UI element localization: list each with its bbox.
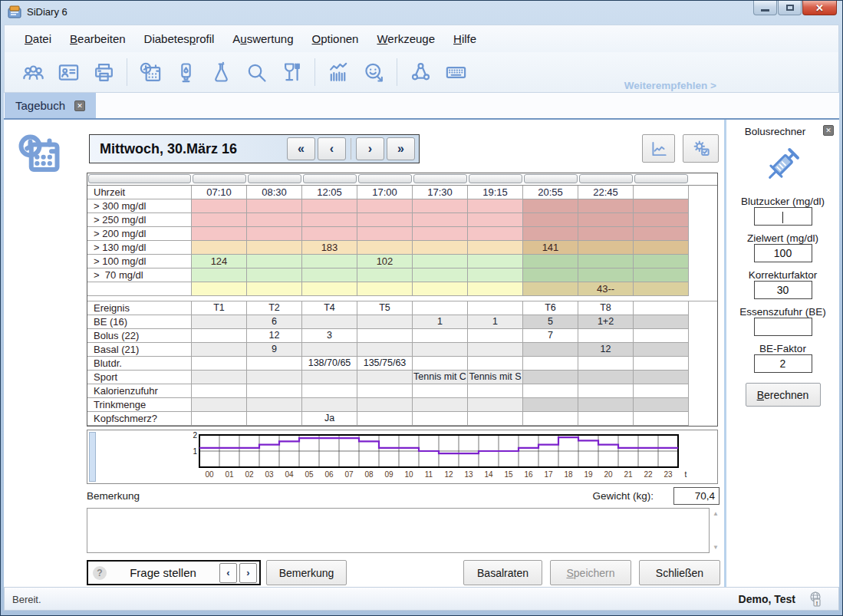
diary-cell[interactable] bbox=[192, 227, 247, 241]
frage-next-button[interactable]: › bbox=[239, 563, 257, 583]
diary-cell[interactable]: 183 bbox=[302, 241, 357, 255]
diary-cell[interactable] bbox=[357, 213, 413, 227]
time-header[interactable]: 07:10 bbox=[192, 186, 247, 199]
diary-cell[interactable] bbox=[192, 398, 247, 412]
diary-cell[interactable]: T4 bbox=[302, 301, 357, 315]
time-header[interactable]: 17:30 bbox=[413, 186, 468, 199]
column-header-button[interactable] bbox=[248, 174, 301, 183]
diary-cell[interactable] bbox=[523, 343, 578, 357]
diary-cell[interactable] bbox=[578, 199, 634, 213]
share-button[interactable] bbox=[403, 56, 438, 88]
diary-cell[interactable] bbox=[413, 227, 468, 241]
diary-cell[interactable] bbox=[413, 282, 468, 296]
be-faktor-input[interactable]: 2 bbox=[754, 354, 812, 373]
time-header[interactable]: 08:30 bbox=[247, 186, 302, 199]
diary-cell[interactable] bbox=[634, 227, 689, 241]
lab-button[interactable] bbox=[203, 56, 239, 88]
diary-cell[interactable] bbox=[357, 343, 413, 357]
glucose-device-button[interactable] bbox=[168, 56, 203, 88]
diary-cell[interactable] bbox=[413, 301, 468, 315]
diary-cell[interactable] bbox=[468, 227, 523, 241]
diary-cell[interactable] bbox=[302, 343, 357, 357]
title-bar[interactable]: SiDiary 6 ✕ bbox=[1, 1, 842, 24]
diary-cell[interactable] bbox=[413, 199, 468, 213]
menu-diabetesprofil[interactable]: Diabetesprofil bbox=[135, 29, 224, 48]
diary-cell[interactable] bbox=[247, 398, 302, 412]
last-day-button[interactable]: » bbox=[387, 137, 415, 160]
diary-cell[interactable] bbox=[357, 412, 413, 426]
diary-cell[interactable] bbox=[634, 241, 689, 255]
diary-cell[interactable] bbox=[413, 412, 468, 426]
statistics-button[interactable] bbox=[321, 56, 356, 88]
diary-cell[interactable] bbox=[192, 371, 247, 384]
diary-cell[interactable]: 6 bbox=[247, 315, 302, 329]
diary-cell[interactable] bbox=[413, 343, 468, 357]
diary-cell[interactable] bbox=[578, 357, 634, 371]
diary-cell[interactable] bbox=[247, 213, 302, 227]
diary-cell[interactable] bbox=[357, 315, 413, 329]
diary-cell[interactable] bbox=[247, 282, 302, 296]
diary-cell[interactable] bbox=[634, 199, 689, 213]
diary-cell[interactable] bbox=[192, 268, 247, 282]
diary-cell[interactable] bbox=[192, 384, 247, 398]
scroll-up-icon[interactable]: ▲ bbox=[711, 510, 720, 518]
diary-cell[interactable] bbox=[468, 199, 523, 213]
diary-cell[interactable] bbox=[468, 357, 523, 371]
diary-cell[interactable] bbox=[578, 329, 634, 343]
diary-cell[interactable] bbox=[523, 412, 578, 426]
diary-cell[interactable]: T2 bbox=[247, 301, 302, 315]
diary-cell[interactable] bbox=[523, 213, 578, 227]
column-header-button[interactable] bbox=[358, 174, 412, 183]
menu-auswertung[interactable]: Auswertung bbox=[223, 29, 302, 48]
diary-cell[interactable] bbox=[302, 199, 357, 213]
diary-cell[interactable] bbox=[634, 357, 689, 371]
essenszufuhr-input[interactable] bbox=[754, 318, 812, 336]
time-header[interactable]: 17:00 bbox=[357, 186, 413, 199]
time-header[interactable] bbox=[634, 186, 689, 199]
diary-cell[interactable] bbox=[247, 412, 302, 426]
basalraten-button[interactable]: Basalraten bbox=[463, 560, 542, 585]
diary-cell[interactable] bbox=[468, 213, 523, 227]
diary-cell[interactable] bbox=[247, 268, 302, 282]
diary-cell[interactable] bbox=[468, 301, 523, 315]
diary-cell[interactable] bbox=[192, 412, 247, 426]
speichern-button[interactable]: Speichern bbox=[550, 560, 631, 585]
diary-cell[interactable] bbox=[468, 329, 523, 343]
diary-cell[interactable] bbox=[192, 282, 247, 296]
tab-close-icon[interactable]: ✕ bbox=[74, 100, 85, 111]
diary-cell[interactable] bbox=[357, 371, 413, 384]
diary-cell[interactable] bbox=[413, 241, 468, 255]
diary-cell[interactable] bbox=[192, 357, 247, 371]
bemerkung-button[interactable]: Bemerkung bbox=[266, 560, 347, 585]
column-header-button[interactable] bbox=[193, 174, 246, 183]
bemerkung-textarea[interactable] bbox=[87, 508, 710, 553]
diary-cell[interactable] bbox=[634, 343, 689, 357]
column-header-button[interactable] bbox=[579, 174, 633, 183]
diary-cell[interactable] bbox=[468, 412, 523, 426]
diary-cell[interactable] bbox=[468, 282, 523, 296]
diary-cell[interactable] bbox=[357, 384, 413, 398]
diary-cell[interactable]: 9 bbox=[247, 343, 302, 357]
diary-cell[interactable] bbox=[578, 398, 634, 412]
diary-cell[interactable] bbox=[413, 255, 468, 268]
diary-cell[interactable] bbox=[468, 241, 523, 255]
diary-cell[interactable] bbox=[192, 315, 247, 329]
diary-cell[interactable] bbox=[468, 255, 523, 268]
diary-cell[interactable] bbox=[523, 255, 578, 268]
diary-cell[interactable] bbox=[357, 227, 413, 241]
diary-cell[interactable] bbox=[523, 371, 578, 384]
diary-cell[interactable] bbox=[192, 343, 247, 357]
nutrition-button[interactable] bbox=[274, 56, 309, 88]
frage-stellen-widget[interactable]: ? Frage stellen ‹ › bbox=[87, 560, 261, 585]
diary-cell[interactable]: Ja bbox=[302, 412, 357, 426]
diary-cell[interactable] bbox=[247, 371, 302, 384]
column-header-button[interactable] bbox=[634, 174, 688, 183]
diary-cell[interactable] bbox=[247, 199, 302, 213]
trend-chart-button[interactable] bbox=[642, 134, 675, 163]
diary-cell[interactable] bbox=[413, 268, 468, 282]
diary-cell[interactable]: 1 bbox=[468, 315, 523, 329]
diary-cell[interactable] bbox=[634, 255, 689, 268]
diary-cell[interactable] bbox=[578, 213, 634, 227]
diary-cell[interactable] bbox=[192, 199, 247, 213]
diary-cell[interactable]: 1 bbox=[413, 315, 468, 329]
